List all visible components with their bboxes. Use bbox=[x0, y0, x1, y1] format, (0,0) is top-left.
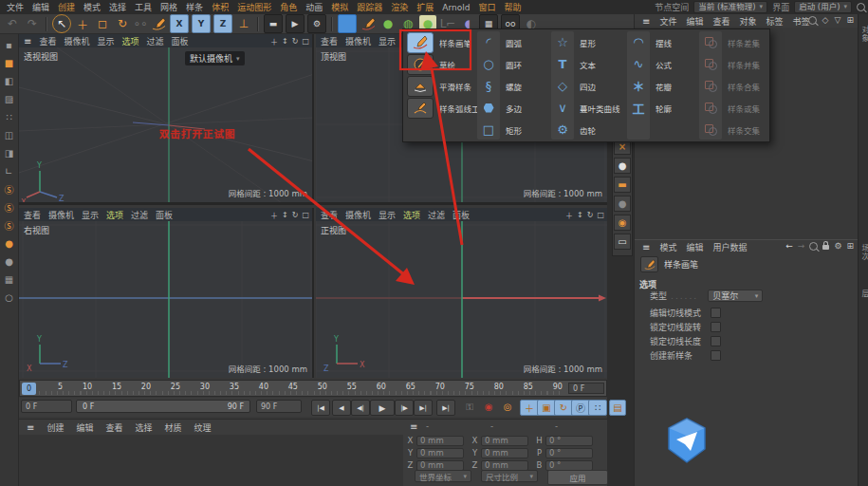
time-icon[interactable]: ● bbox=[614, 158, 631, 174]
menu-character[interactable]: 角色 bbox=[280, 1, 297, 13]
menu-extensions[interactable]: 扩展 bbox=[416, 1, 434, 13]
search-icon[interactable] bbox=[809, 242, 818, 251]
pen-mode-icon[interactable]: ▪ bbox=[2, 38, 16, 51]
om-menu-objects[interactable]: 对象 bbox=[739, 15, 756, 28]
menu-select[interactable]: 选择 bbox=[109, 1, 126, 13]
panel-icon[interactable]: ⊞ bbox=[846, 241, 854, 251]
forward-icon[interactable]: → bbox=[798, 241, 805, 251]
vp-menu-panel[interactable]: 面板 bbox=[452, 209, 470, 221]
y-axis-lock-button[interactable]: Y bbox=[192, 14, 211, 33]
panel-menu-icon[interactable]: ≡ bbox=[27, 422, 34, 433]
checkbox-lock-tangent-rotation[interactable] bbox=[711, 322, 721, 332]
attr-menu-edit[interactable]: 编辑 bbox=[686, 241, 703, 253]
key-parameter-icon[interactable]: Ⓟ bbox=[571, 400, 590, 416]
z-axis-lock-button[interactable]: Z bbox=[213, 14, 232, 33]
zoom-view-icon[interactable]: ↕ bbox=[282, 211, 288, 219]
vp-menu-options[interactable]: 选项 bbox=[106, 209, 123, 221]
current-frame-field[interactable]: 0 F bbox=[21, 400, 72, 413]
x-axis-lock-button[interactable]: X bbox=[170, 14, 189, 33]
om-menu-view[interactable]: 查看 bbox=[712, 15, 729, 28]
previous-key-button[interactable]: ◀ bbox=[332, 400, 351, 416]
checkbox-lock-tangent-length[interactable] bbox=[711, 336, 721, 346]
position-z-field[interactable]: 0 mm bbox=[416, 460, 464, 471]
path-filter-icon[interactable]: ◇ bbox=[822, 15, 829, 25]
timeline-ruler[interactable]: 0 51015202530354045505560657075808590 0 … bbox=[19, 380, 607, 397]
subdivision-surface-button[interactable]: ● bbox=[379, 15, 397, 32]
vp-menu-camera[interactable]: 摄像机 bbox=[345, 35, 371, 47]
checkbox-edit-tangent-mode[interactable] bbox=[711, 308, 721, 318]
maximize-view-icon[interactable]: □ bbox=[597, 211, 604, 219]
node-space-select[interactable]: 当前 (标准物理)▾ bbox=[693, 1, 767, 13]
mat-menu-edit[interactable]: 编辑 bbox=[76, 421, 93, 434]
type-select[interactable]: 贝塞尔▾ bbox=[708, 290, 763, 302]
panel-menu-icon[interactable]: ≡ bbox=[642, 242, 650, 252]
record-keyframe-icon[interactable]: ⚿ bbox=[461, 400, 478, 414]
menu-item-spline-smooth[interactable]: 平滑样条 bbox=[403, 75, 473, 97]
bar-icon[interactable]: ▬ bbox=[614, 177, 631, 193]
move-icon[interactable]: ＋ bbox=[74, 15, 91, 32]
active-tool-pen-icon[interactable] bbox=[150, 15, 167, 32]
key-pla-icon[interactable]: ∷ bbox=[588, 400, 607, 416]
menu-mograph[interactable]: 运动图形 bbox=[237, 1, 271, 13]
panel-icon[interactable]: ⊞ bbox=[846, 15, 854, 25]
grey-dot-icon[interactable]: ● bbox=[614, 196, 631, 212]
record-dot-icon[interactable]: ◉ bbox=[614, 215, 631, 231]
rotation-p-field[interactable]: 0 ° bbox=[545, 448, 593, 458]
tab-layers[interactable]: 层 bbox=[859, 290, 868, 298]
key-rotation-icon[interactable]: ↻ bbox=[554, 400, 573, 416]
record-active-objects-icon[interactable]: ◉ bbox=[480, 400, 497, 414]
lock-icon[interactable] bbox=[822, 245, 829, 250]
redo-icon[interactable]: ↷ bbox=[24, 15, 41, 32]
rotate-icon[interactable]: ↻ bbox=[114, 15, 131, 32]
menu-item-sketch[interactable]: 草绘 bbox=[403, 53, 473, 75]
add-cube-button[interactable] bbox=[338, 14, 357, 33]
mat-menu-material[interactable]: 材质 bbox=[164, 421, 181, 434]
edges-mode-icon[interactable]: ◫ bbox=[2, 128, 16, 141]
scale-icon[interactable]: ◻ bbox=[94, 15, 111, 32]
attr-menu-mode[interactable]: 模式 bbox=[659, 241, 676, 253]
vp-menu-camera[interactable]: 摄像机 bbox=[64, 35, 89, 47]
search-icon[interactable] bbox=[808, 16, 817, 25]
menu-arnold[interactable]: Arnold bbox=[442, 3, 470, 12]
next-frame-button[interactable]: |▶ bbox=[395, 400, 414, 416]
size-mode-select[interactable]: 尺寸比例▾ bbox=[481, 470, 538, 482]
menu-mesh[interactable]: 网格 bbox=[160, 1, 177, 13]
vp-menu-filter[interactable]: 过滤 bbox=[131, 209, 148, 221]
vp-menu-filter[interactable]: 过滤 bbox=[146, 35, 163, 47]
menu-volume[interactable]: 体积 bbox=[212, 1, 229, 13]
menu-edit[interactable]: 编辑 bbox=[32, 1, 49, 13]
viewport-front[interactable]: 查看 摄像机 显示 选项 过滤 面板 ＋↕↻□ 正视图 Y X Z bbox=[316, 208, 607, 378]
vp-menu-display[interactable]: 显示 bbox=[82, 209, 99, 221]
menu-animate[interactable]: 动画 bbox=[305, 1, 323, 13]
sphere-tool-icon[interactable]: ● bbox=[2, 236, 16, 250]
vp-menu-display[interactable]: 显示 bbox=[379, 35, 396, 47]
workplane-grid-icon[interactable]: ▦ bbox=[2, 272, 16, 286]
play-button[interactable]: ▶ bbox=[370, 400, 395, 416]
vp-menu-panel[interactable]: 面板 bbox=[156, 209, 173, 221]
snap-modeling-icon[interactable]: Ⓢ bbox=[2, 200, 16, 214]
circle-tool-icon[interactable]: ○ bbox=[2, 290, 16, 304]
pan-view-icon[interactable]: ＋ bbox=[270, 210, 278, 220]
size-z-field[interactable]: 0 mm bbox=[481, 460, 528, 471]
rotate-view-icon[interactable]: ↻ bbox=[587, 211, 594, 219]
maximize-view-icon[interactable]: □ bbox=[302, 211, 309, 219]
zoom-view-icon[interactable]: ↕ bbox=[577, 211, 583, 219]
mat-menu-texture[interactable]: 纹理 bbox=[194, 421, 211, 434]
menu-tools[interactable]: 工具 bbox=[135, 1, 152, 13]
filter-icon[interactable]: ▽ bbox=[835, 15, 841, 25]
vp-menu-view[interactable]: 查看 bbox=[321, 35, 338, 47]
goto-start-button[interactable]: |◀ bbox=[311, 400, 330, 416]
mat-menu-select[interactable]: 选择 bbox=[135, 421, 152, 434]
rotation-b-field[interactable]: 0 ° bbox=[545, 460, 593, 471]
viewport-perspective[interactable]: ≡ 查看 摄像机 显示 选项 过滤 面板 ＋↕↻□ 透视视图 默认摄像机▾ Y bbox=[19, 34, 314, 205]
vp-menu-view[interactable]: 查看 bbox=[24, 209, 41, 221]
menu-tracker[interactable]: 跟踪器 bbox=[357, 1, 382, 13]
panel-menu-icon[interactable]: ≡ bbox=[410, 421, 417, 432]
vp-menu-camera[interactable]: 摄像机 bbox=[48, 209, 74, 221]
polygons-mode-icon[interactable]: ◨ bbox=[2, 146, 16, 159]
ruler-frame-field[interactable]: 0 F bbox=[568, 383, 604, 394]
key-scale-icon[interactable]: ▣ bbox=[537, 400, 556, 416]
make-editable-icon[interactable]: ■ bbox=[2, 56, 16, 69]
timeline-window-icon[interactable]: ▤ bbox=[609, 400, 626, 416]
menu-render[interactable]: 渲染 bbox=[391, 1, 408, 13]
